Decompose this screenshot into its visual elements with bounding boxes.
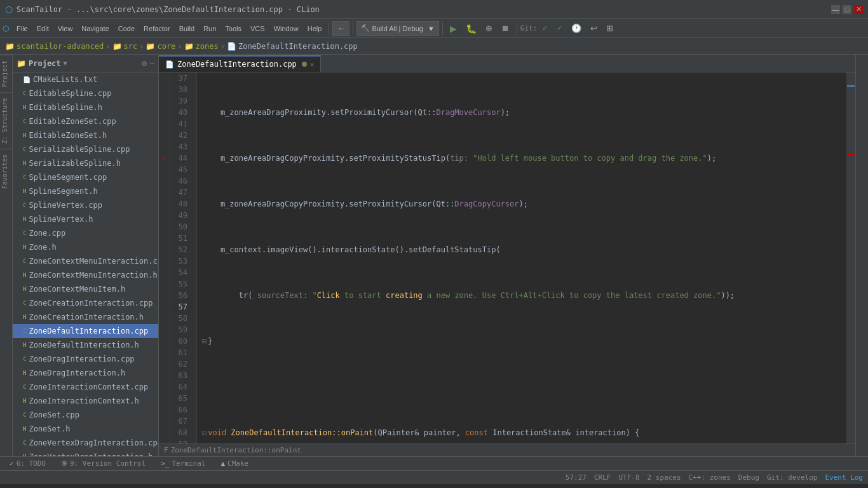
bottom-tab-vcs[interactable]: ⑨ 9: Version Control bbox=[54, 458, 153, 470]
maximize-button[interactable]: □ bbox=[843, 5, 851, 14]
breadcrumb-part-1[interactable]: scantailor-advanced bbox=[17, 42, 104, 51]
breadcrumb-part-4[interactable]: zones bbox=[196, 42, 219, 51]
menu-code[interactable]: Code bbox=[114, 21, 139, 36]
vert-tabs-right bbox=[855, 55, 868, 456]
file-icon-cpp8: C bbox=[23, 300, 26, 306]
attach-button[interactable]: ⊕ bbox=[482, 21, 496, 36]
file-icon-h9: H bbox=[23, 314, 26, 320]
close-button[interactable]: ✕ bbox=[854, 5, 863, 14]
vert-tab-favorites[interactable]: Favorites bbox=[0, 149, 12, 194]
run-button[interactable]: ▶ bbox=[446, 21, 461, 36]
file-name: ZoneDefaultInteraction.h bbox=[29, 341, 139, 349]
menu-vcs[interactable]: VCS bbox=[247, 21, 269, 36]
git-check1[interactable]: ✓ bbox=[538, 21, 552, 36]
file-item-editablezoneset-h[interactable]: H EditableZoneSet.h bbox=[13, 128, 158, 142]
build-all-button[interactable]: 🔨 Build All | Debug ▼ bbox=[356, 21, 438, 36]
menu-tools[interactable]: Tools bbox=[221, 21, 245, 36]
file-item-zonedefault-cpp[interactable]: C ZoneDefaultInteraction.cpp bbox=[13, 324, 158, 338]
file-name: SerializableSpline.cpp bbox=[29, 145, 130, 154]
code-line-44: ⊟void ZoneDefaultInteraction::onPaint(QP… bbox=[202, 427, 846, 438]
file-icon-h13: H bbox=[23, 426, 26, 432]
file-item-zonevertexdrag-cpp[interactable]: C ZoneVertexDragInteraction.cpp bbox=[13, 436, 158, 450]
file-icon-h12: H bbox=[23, 398, 26, 404]
sidebar-minimize-icon[interactable]: — bbox=[149, 58, 154, 68]
code-line-37: m_zoneAreaDragProximity.setProximityCurs… bbox=[202, 107, 846, 118]
menu-help[interactable]: Help bbox=[304, 21, 326, 36]
function-icon: F bbox=[164, 446, 168, 454]
breadcrumb-part-2[interactable]: src bbox=[124, 42, 138, 51]
file-item-zonecontextmenu-cpp[interactable]: C ZoneContextMenuInteraction.cpp bbox=[13, 254, 158, 268]
file-item-zonedrag-cpp[interactable]: C ZoneDragInteraction.cpp bbox=[13, 352, 158, 366]
file-item-serializablespline-h[interactable]: H SerializableSpline.h bbox=[13, 156, 158, 170]
file-item-zonedrag-h[interactable]: H ZoneDragInteraction.h bbox=[13, 366, 158, 380]
file-item-zone-h[interactable]: H Zone.h bbox=[13, 240, 158, 254]
menu-refactor[interactable]: Refactor bbox=[140, 21, 174, 36]
stop-button[interactable]: ⏹ bbox=[498, 21, 513, 36]
file-item-zonevertexdrag-h[interactable]: H ZoneVertexDragInteraction.h bbox=[13, 450, 158, 456]
file-name: ZoneContextMenuItem.h bbox=[29, 285, 125, 294]
vert-tab-project[interactable]: Project bbox=[0, 55, 12, 92]
file-item-zoneinteraction-cpp[interactable]: C ZoneInteractionContext.cpp bbox=[13, 380, 158, 394]
file-item-zoneset-h[interactable]: H ZoneSet.h bbox=[13, 422, 158, 436]
debug-button[interactable]: 🐛 bbox=[462, 21, 480, 36]
file-name: EditableSpline.cpp bbox=[29, 89, 111, 98]
git-check2[interactable]: ✓ bbox=[553, 21, 566, 36]
menu-edit[interactable]: Edit bbox=[33, 21, 53, 36]
file-item-splinevertex-cpp[interactable]: C SplineVertex.cpp bbox=[13, 198, 158, 212]
git-history[interactable]: 🕐 bbox=[567, 21, 585, 36]
file-item-editablezoneset-cpp[interactable]: C EditableZoneSet.cpp bbox=[13, 114, 158, 128]
code-lines: m_zoneAreaDragProximity.setProximityCurs… bbox=[197, 72, 846, 444]
file-item-editablespline-h[interactable]: H EditableSpline.h bbox=[13, 100, 158, 114]
file-item-zonecontextmenu-h[interactable]: H ZoneContextMenuInteraction.h bbox=[13, 268, 158, 282]
app-logo: ⬡ bbox=[3, 24, 9, 33]
tab-close-button[interactable]: ✕ bbox=[310, 60, 315, 69]
nav-back[interactable]: ← bbox=[332, 21, 349, 36]
file-list: 📄 CMakeLists.txt C EditableSpline.cpp H … bbox=[13, 72, 158, 456]
file-item-zoneset-cpp[interactable]: C ZoneSet.cpp bbox=[13, 408, 158, 422]
bottom-tab-cmake[interactable]: ▲ CMake bbox=[214, 458, 255, 470]
bottom-tab-todo[interactable]: ✓ 6: TODO bbox=[3, 458, 53, 470]
file-item-splinesegment-cpp[interactable]: C SplineSegment.cpp bbox=[13, 170, 158, 184]
menu-window[interactable]: Window bbox=[270, 21, 302, 36]
bottom-tab-terminal[interactable]: >_ Terminal bbox=[154, 458, 212, 470]
breadcrumb-part-5[interactable]: ZoneDefaultInteraction.cpp bbox=[238, 42, 358, 51]
file-item-zonecreation-cpp[interactable]: C ZoneCreationInteraction.cpp bbox=[13, 296, 158, 310]
bottom-tab-label: 6: TODO bbox=[17, 459, 46, 468]
git-revert[interactable]: ↩ bbox=[587, 21, 601, 36]
file-name: ZoneContextMenuInteraction.cpp bbox=[29, 257, 159, 266]
breadcrumb-part-3[interactable]: core bbox=[157, 42, 175, 51]
file-item-zone-cpp[interactable]: C Zone.cpp bbox=[13, 226, 158, 240]
code-editor[interactable]: ✕ bbox=[159, 72, 855, 444]
menu-build[interactable]: Build bbox=[175, 21, 198, 36]
menu-navigate[interactable]: Navigate bbox=[78, 21, 112, 36]
file-item-editablespline-cpp[interactable]: C EditableSpline.cpp bbox=[13, 86, 158, 100]
file-icon-cpp9: C bbox=[23, 328, 26, 334]
file-icon-h2: H bbox=[23, 132, 26, 139]
status-event-log[interactable]: Event Log bbox=[825, 473, 863, 482]
file-item-zonecontextmenuitem-h[interactable]: H ZoneContextMenuItem.h bbox=[13, 282, 158, 296]
file-name: SerializableSpline.h bbox=[29, 159, 121, 168]
editor-tab-active[interactable]: 📄 ZoneDefaultInteraction.cpp ✕ bbox=[159, 55, 321, 72]
file-item-splinesegment-h[interactable]: H SplineSegment.h bbox=[13, 184, 158, 198]
minimize-button[interactable]: — bbox=[831, 5, 840, 14]
status-language: C++: zones bbox=[689, 473, 731, 482]
file-item-splinevertex-h[interactable]: H SplineVertex.h bbox=[13, 212, 158, 226]
code-line-41: tr( sourceText: "Click to start creating… bbox=[202, 290, 846, 301]
file-icon-cpp2: C bbox=[23, 118, 26, 125]
menu-file[interactable]: File bbox=[13, 21, 32, 36]
menu-view[interactable]: View bbox=[54, 21, 77, 36]
breadcrumb-icon-4: 📁 bbox=[184, 42, 194, 51]
file-name: ZoneCreationInteraction.cpp bbox=[29, 299, 153, 308]
breadcrumb-icon-3: 📁 bbox=[146, 42, 155, 51]
sidebar-settings-icon[interactable]: ⚙ bbox=[142, 58, 147, 68]
status-crlf: CRLF bbox=[594, 473, 611, 482]
vert-tab-structure[interactable]: Z: Structure bbox=[0, 92, 12, 149]
menu-run[interactable]: Run bbox=[200, 21, 220, 36]
title-bar: ⬡ ScanTailor - ...\src\core\zones\ZoneDe… bbox=[0, 0, 868, 19]
file-item-zoneinteraction-h[interactable]: H ZoneInteractionContext.h bbox=[13, 394, 158, 408]
file-item-zonecreation-h[interactable]: H ZoneCreationInteraction.h bbox=[13, 310, 158, 324]
file-item-serializablespline-cpp[interactable]: C SerializableSpline.cpp bbox=[13, 142, 158, 156]
file-item-zonedefault-h[interactable]: H ZoneDefaultInteraction.h bbox=[13, 338, 158, 352]
git-push[interactable]: ⊞ bbox=[602, 21, 617, 36]
file-item-cmakelists[interactable]: 📄 CMakeLists.txt bbox=[13, 72, 158, 86]
